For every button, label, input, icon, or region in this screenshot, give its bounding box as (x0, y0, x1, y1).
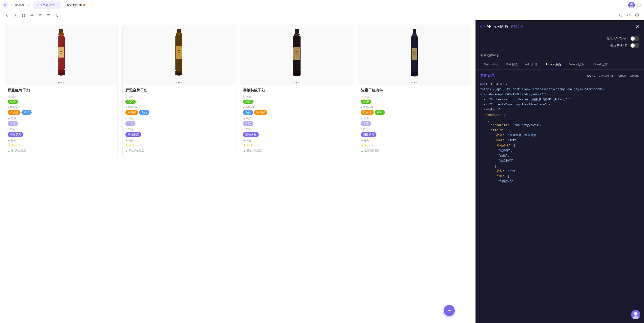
lang-curl[interactable]: CURL (587, 74, 595, 77)
rating-icon-1: ★ (8, 139, 10, 142)
type-icon-1: ◎ (8, 117, 10, 120)
api-tab-upload[interactable]: Upload 上传 (588, 60, 612, 69)
api-tab-fields[interactable]: Fields 字段 (480, 60, 502, 69)
lang-javascript[interactable]: JavaScript (599, 74, 613, 77)
wine-rating-field-1: ★ 评分 ★★★★★ (8, 139, 115, 147)
wine-grade-field-2: ◎ 等级 AOP (125, 95, 232, 104)
nav-collapse-button[interactable] (2, 2, 8, 8)
wine-grade-field-3: ◎ 等级 AOP (243, 95, 350, 104)
rating-icon-4: ★ (361, 139, 363, 142)
fab-add-button[interactable]: + (444, 305, 455, 316)
wine-image-4: 陡崖 干红 (358, 25, 471, 85)
temp-icon-4: ▲ (361, 149, 363, 152)
wine-dots-3 (294, 82, 300, 83)
stars-3: ★★★★★ (243, 143, 350, 147)
nav-tab-more-icon[interactable]: ··· (56, 3, 58, 7)
wine-grade-field-4: ◎ 等级 AOP (361, 95, 468, 104)
wine-type-field-1: ◎ 类型 干红 (8, 117, 115, 126)
grade-tag-4: AOP (361, 100, 371, 104)
wine-card-4[interactable]: 陡崖 干红 陡崖干红有杯 ◎ (358, 25, 471, 157)
back-button[interactable] (4, 12, 10, 19)
api-tab-add[interactable]: Add 新增 (522, 60, 541, 69)
api-code-title: 更新记录 (480, 73, 495, 78)
nav-tab-manage-label: 管理酒... (15, 3, 26, 7)
region-tag-1: 朗格多克 (8, 132, 23, 137)
api-tab-get[interactable]: Get 获取 (502, 60, 522, 69)
wine-dots-1 (58, 82, 64, 83)
svg-point-3 (630, 3, 633, 5)
api-settings: 显示 API Token 使用 Field ID (476, 33, 644, 51)
wine-gallery: 罗雅 红牌 (0, 20, 476, 323)
api-docs-link[interactable]: 详细文档 → (511, 25, 527, 29)
svg-rect-13 (58, 33, 64, 36)
settings-button[interactable] (28, 12, 35, 19)
svg-rect-21 (177, 29, 181, 33)
temp-icon-3: ▲ (243, 149, 246, 152)
wine-image-3: 塞纳 特级 干红 (240, 25, 353, 85)
lang-golang[interactable]: Golang (630, 74, 640, 77)
region-tag-4: 朗格多克 (361, 132, 376, 137)
type-tag-2: 干红 (125, 121, 136, 126)
wine-dots-4 (411, 82, 417, 83)
svg-rect-0 (4, 4, 5, 6)
api-fieldid-row: 使用 Field ID (480, 43, 640, 48)
type-tag-3: 干红 (243, 121, 253, 126)
svg-rect-5 (22, 14, 23, 15)
code-button[interactable] (626, 12, 632, 19)
svg-point-9 (32, 15, 32, 16)
type-icon-2: ◎ (125, 117, 128, 120)
wine-type-label-1: ◎ 类型 (8, 117, 115, 120)
api-title-icon (480, 24, 485, 29)
wine-card-3[interactable]: 塞纳 特级 干红 塞纳特级干幻 (240, 25, 353, 157)
grid-view-button[interactable] (20, 12, 27, 19)
wine-region-field-2: ≡ 产地 朗格多克 (125, 128, 232, 137)
nav-tab-manage[interactable]: □ 管理酒... ★ (9, 2, 32, 9)
wine-card-2[interactable]: 罗雅 金牌 罗雅金牌干幻 ◎ (122, 25, 236, 157)
grade-icon-4: ◎ (361, 95, 363, 98)
wine-card-1[interactable]: 罗雅 红牌 (4, 25, 118, 157)
more-button[interactable] (634, 12, 640, 19)
stars-2: ★★★★★ (125, 143, 232, 147)
api-lang-tabs: CURL JavaScript Python Golang (587, 74, 640, 77)
lang-python[interactable]: Python (617, 74, 626, 77)
grade-tag-2: AOP (125, 100, 136, 104)
api-tab-update[interactable]: Update 更新 (541, 60, 565, 69)
svg-rect-39 (412, 35, 417, 36)
grid-icon: ⊞ (36, 3, 38, 7)
region-icon-1: ≡ (8, 128, 9, 131)
wine-dots-2 (176, 82, 182, 83)
api-tab-delete[interactable]: Delete 删除 (565, 60, 588, 69)
svg-rect-16 (58, 47, 64, 58)
wine-grape-field-2: ≡ 葡萄品种 欧海娜 西拉 (125, 106, 232, 115)
api-title-text: API 示例面板 (486, 24, 508, 29)
grape-tag-7: 欧海娜 (361, 110, 374, 115)
api-fieldid-toggle[interactable] (630, 43, 640, 48)
region-icon-4: ≡ (361, 128, 362, 131)
add-tab-button[interactable]: + (88, 2, 95, 8)
api-token-toggle[interactable] (630, 36, 640, 41)
sort-button[interactable] (45, 12, 52, 19)
api-close-button[interactable]: ✕ (636, 25, 640, 29)
api-bottom-avatar (631, 310, 640, 319)
wine-grade-label-1: ◎ 等级 (8, 95, 115, 99)
region-tag-2: 朗格多克 (125, 132, 141, 137)
api-token-label: 显示 API Token (607, 37, 628, 41)
forward-button[interactable] (12, 12, 18, 19)
svg-rect-1 (5, 4, 6, 6)
share-button[interactable] (54, 12, 60, 19)
wine-region-field-4: ≡ 产地 朗格多克 (361, 128, 468, 137)
filter-button[interactable] (37, 12, 44, 19)
wine-grade-field-1: ◎ 等级 AOP (8, 95, 115, 104)
top-nav: □ 管理酒... ★ ⊞ 消费者展示 ··· □ 按产地分组 + (0, 0, 644, 10)
api-subtitle: 葡萄酒库存表 (476, 51, 644, 60)
wine-info-4: 陡崖干红有杯 ◎ 等级 AOP ≡ 葡萄品种 (358, 85, 471, 157)
grape-tag-2: 西拉 (22, 110, 32, 115)
nav-tab-region[interactable]: □ 按产地分组 (62, 2, 88, 9)
user-avatar[interactable] (628, 2, 635, 8)
nav-tab-consumer[interactable]: ⊞ 消费者展示 ··· (33, 2, 61, 9)
grade-tag-1: AOP (8, 100, 18, 104)
grape-tag-3: 欧海娜 (125, 110, 138, 115)
wine-region-label-1: ≡ 产地 (8, 128, 115, 131)
svg-text:塞纳: 塞纳 (296, 51, 298, 52)
search-button[interactable] (617, 12, 624, 19)
